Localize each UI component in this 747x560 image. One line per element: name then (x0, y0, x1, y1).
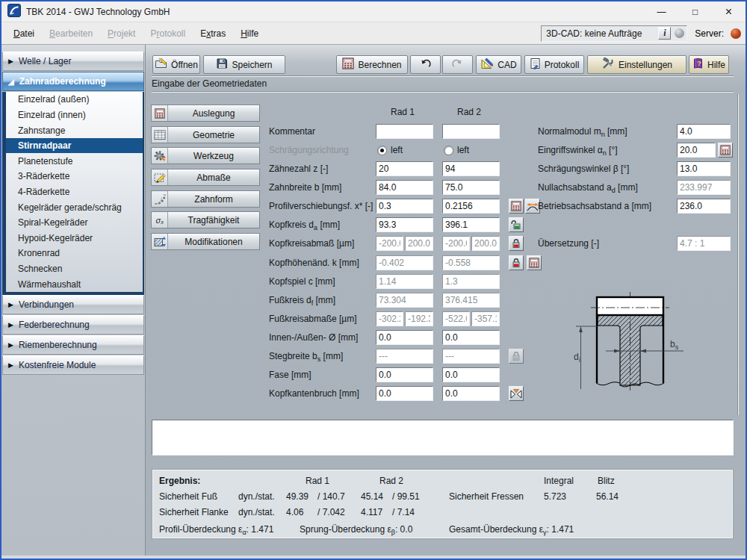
protocol-document-icon (530, 57, 541, 72)
zahnbreite-label: Zahnbreite b [mm] (269, 182, 341, 193)
eingriffswinkel-input[interactable] (677, 143, 716, 158)
sidebar-item-waermehaushalt[interactable]: Wärmehaushalt (6, 276, 143, 292)
kopfkreisabmass-label: Kopfkreisabmaß [µm] (269, 238, 354, 249)
info-button[interactable]: i (658, 27, 671, 40)
profil-ueberdeckung: Profil-Überdeckung εα: 1.471 (159, 524, 273, 535)
kopfkantenbruch-rad1-input[interactable] (376, 386, 433, 401)
sicherheit-fressen-label: Sicherheit Fressen (449, 491, 524, 502)
schraegung-rad2-option-label: left (457, 145, 469, 155)
calculator-icon-button[interactable] (527, 255, 542, 270)
kopfkreis-rad1-input[interactable] (376, 217, 433, 232)
sidebar-item-4-raederkette[interactable]: 4-Räderkette (6, 184, 143, 200)
open-button[interactable]: Öffnen (152, 55, 200, 74)
protocol-button[interactable]: Protokoll (524, 55, 584, 74)
sidebar-section-verbindungen[interactable]: ▶Verbindungen (2, 295, 144, 314)
calculator-icon (529, 258, 539, 268)
betriebsachsabstand-input[interactable] (677, 199, 731, 214)
sidebar-section-zahnradberechnung[interactable]: ◢Zahnradberechnung (2, 72, 144, 91)
help-button[interactable]: ? Hilfe (689, 55, 729, 74)
results-col-rad1: Rad 1 (306, 476, 329, 486)
sidebar-item-kronenrad[interactable]: Kronenrad (6, 246, 143, 261)
kopfkantenbruch-label: Kopfkantenbruch [mm] (269, 388, 359, 399)
flanke-mode: dyn./stat. (238, 507, 275, 517)
maximize-button[interactable]: □ (678, 1, 712, 22)
kopfhoehenaenderung-label: Kopfhöhenänd. k [mm] (269, 258, 359, 268)
lock-closed-icon-button[interactable] (509, 255, 524, 270)
menu-hilfe[interactable]: Hilfe (233, 25, 266, 42)
sidebar-item-3-raederkette[interactable]: 3-Räderkette (6, 169, 143, 184)
zaehnezahl-label: Zähnezahl z [-] (269, 164, 328, 174)
schraegung-rad1-radio[interactable] (377, 146, 387, 155)
expanded-arrow-icon: ◢ (8, 78, 14, 86)
fuss-rad2-dyn: 45.14 (361, 491, 383, 502)
menu-datei[interactable]: Datei (6, 25, 42, 42)
fase-rad1-input[interactable] (376, 367, 433, 382)
menu-extras[interactable]: Extras (193, 25, 233, 42)
fase-rad2-input[interactable] (442, 367, 500, 382)
sidebar-section-welle-lager[interactable]: ▶Welle / Lager (2, 52, 144, 71)
kommentar-rad2-input[interactable] (442, 124, 500, 139)
fuss-rad2-stat: / 99.51 (392, 491, 420, 502)
zaehnezahl-rad2-input[interactable] (442, 161, 500, 176)
calculator-icon (342, 57, 354, 72)
calculator-icon-button[interactable] (509, 199, 524, 214)
svg-text:?: ? (697, 59, 701, 67)
zaehnezahl-rad1-input[interactable] (376, 161, 433, 176)
server-label: Server: (695, 28, 724, 39)
profilverschiebung-rad2-input[interactable] (442, 199, 500, 214)
sidebar-item-spiral-kegelraeder[interactable]: Spiral-Kegelräder (6, 215, 143, 231)
sidebar-item-hypoid-kegelraeder[interactable]: Hypoid-Kegelräder (6, 230, 143, 246)
lock-closed-icon (511, 238, 521, 249)
sidebar-section-riemenberechnung[interactable]: ▶Riemenberechnung (2, 335, 144, 355)
undo-button[interactable] (410, 55, 441, 74)
uebersetzung-input (677, 236, 731, 251)
menubar: Datei Bearbeiten Projekt Protokoll Extra… (1, 22, 746, 45)
sidebar-item-einzelrad-aussen[interactable]: Einzelrad (außen) (6, 92, 143, 108)
kopfkreisabmass-rad1-lower-input (376, 236, 403, 251)
profilverschiebung-rad1-input[interactable] (376, 199, 433, 214)
save-button[interactable]: Speichern (203, 55, 285, 74)
lock-closed-icon-button[interactable] (509, 236, 524, 251)
kopfspiel-rad2-input (442, 274, 500, 289)
calculate-button[interactable]: Berechnen (336, 55, 408, 74)
gear-section-drawing: di bs (570, 287, 727, 411)
normalmodul-input[interactable] (677, 124, 731, 139)
app-logo-icon (7, 4, 21, 20)
kopfkreisabmass-rad2-upper-input (471, 236, 500, 251)
sidebar-item-kegelraeder[interactable]: Kegelräder gerade/schräg (6, 199, 143, 215)
sidebar-item-schnecken[interactable]: Schnecken (6, 261, 143, 277)
flanke-rad1-dyn: 4.06 (286, 507, 303, 517)
sidebar-item-zahnstange[interactable]: Zahnstange (6, 122, 143, 138)
kommentar-rad1-input[interactable] (376, 124, 433, 139)
calculator-icon (720, 145, 731, 155)
fusskreisabmasse-rad2-lower-input (442, 311, 470, 326)
lock-open-icon-button[interactable] (509, 217, 524, 232)
sidebar-item-planetenstufe[interactable]: Planetenstufe (6, 153, 143, 169)
chamfer-icon-button[interactable] (509, 386, 524, 401)
stegbreite-label: Stegbreite bs [mm] (269, 351, 343, 361)
kopfkantenbruch-rad2-input[interactable] (442, 386, 500, 401)
sidebar-section-federberechnung[interactable]: ▶Federberechnung (2, 315, 144, 335)
zahnbreite-rad1-input[interactable] (376, 180, 433, 195)
schraegung-rad2-radio[interactable] (444, 146, 453, 155)
zahnbreite-rad2-input[interactable] (442, 180, 500, 195)
close-button[interactable]: × (712, 1, 746, 22)
floppy-save-icon (216, 57, 228, 72)
innen-aussen-rad1-input[interactable] (376, 330, 433, 345)
lock-disabled-icon-button (509, 349, 524, 364)
collapsed-arrow-icon: ▶ (8, 361, 13, 369)
kopfkreis-rad2-input[interactable] (442, 217, 500, 232)
settings-button[interactable]: Einstellungen (587, 55, 686, 74)
redo-button (442, 55, 473, 74)
sidebar-item-einzelrad-innen[interactable]: Einzelrad (innen) (6, 108, 143, 123)
fase-label: Fase [mm] (269, 370, 311, 380)
schraegungswinkel-input[interactable] (677, 161, 731, 176)
innen-aussen-rad2-input[interactable] (442, 330, 500, 345)
collapsed-arrow-icon: ▶ (8, 57, 13, 65)
calculator-icon-button[interactable] (718, 143, 733, 158)
window-bottom-strip (1, 556, 746, 559)
cad-button[interactable]: CAD (476, 55, 521, 74)
sidebar-item-stirnradpaar[interactable]: Stirnradpaar (6, 138, 143, 154)
sidebar-section-kostenfreie-module[interactable]: ▶Kostenfreie Module (2, 355, 144, 375)
minimize-button[interactable]: — (645, 1, 678, 22)
